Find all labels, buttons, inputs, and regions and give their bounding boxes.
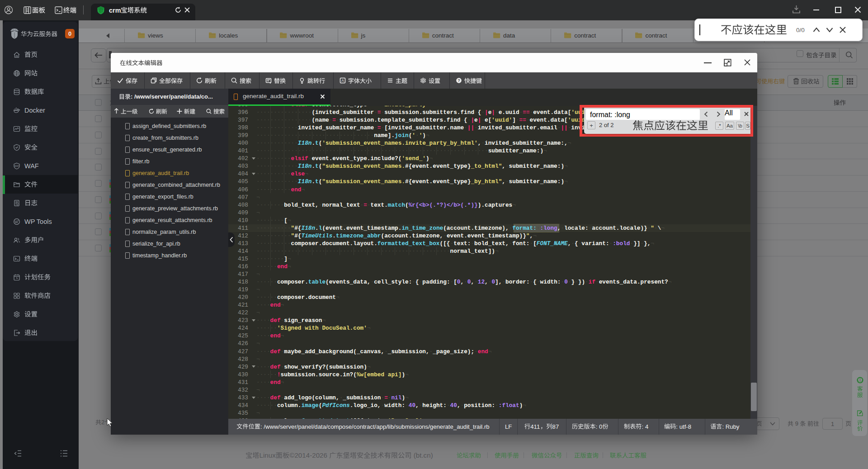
svg-text:LF: LF xyxy=(505,423,512,430)
svg-text:©2014-2026: ©2014-2026 xyxy=(289,451,329,459)
svg-text:9: 9 xyxy=(793,421,800,427)
svg-text:crm: crm xyxy=(109,7,121,14)
svg-text:?: ? xyxy=(458,78,460,83)
svg-text:: /www/server/panel/data/co...: : /www/server/panel/data/co... xyxy=(131,94,213,100)
svg-text:: 4: : 4 xyxy=(642,423,649,430)
svg-text:: Ruby: : Ruby xyxy=(722,423,739,430)
svg-text:WAF: WAF xyxy=(14,165,19,167)
svg-text:(bt.cn): (bt.cn) xyxy=(411,451,433,459)
svg-text:87: 87 xyxy=(552,423,559,430)
svg-text:: 0: : 0 xyxy=(596,423,603,430)
svg-text:: /www/server/panel/data/compo: : /www/server/panel/data/compose/contrac… xyxy=(260,423,490,430)
svg-text:2: 2 xyxy=(101,419,104,426)
svg-text:: utf-8: : utf-8 xyxy=(676,423,691,430)
svg-text:Linux: Linux xyxy=(259,451,276,459)
svg-text:411: 411 xyxy=(530,423,540,430)
svg-text:A: A xyxy=(341,78,344,83)
